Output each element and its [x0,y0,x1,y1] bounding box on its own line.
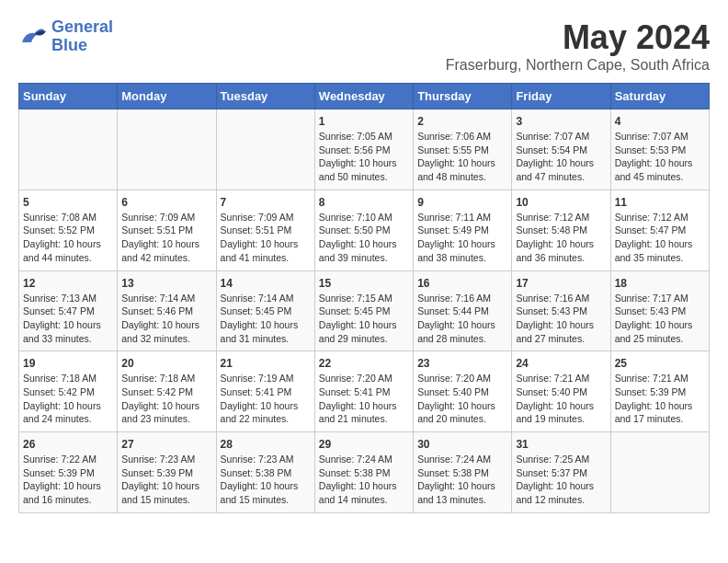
main-title: May 2024 [446,18,710,57]
calendar-cell: 28Sunrise: 7:23 AM Sunset: 5:38 PM Dayli… [216,432,314,513]
week-row-3: 12Sunrise: 7:13 AM Sunset: 5:47 PM Dayli… [19,270,710,351]
calendar-cell: 16Sunrise: 7:16 AM Sunset: 5:44 PM Dayli… [414,270,512,351]
day-number: 5 [23,196,113,209]
day-number: 16 [417,277,507,290]
calendar-cell: 11Sunrise: 7:12 AM Sunset: 5:47 PM Dayli… [610,190,709,270]
day-info: Sunrise: 7:14 AM Sunset: 5:46 PM Dayligh… [121,292,211,346]
calendar-cell: 4Sunrise: 7:07 AM Sunset: 5:53 PM Daylig… [610,109,709,190]
day-header-saturday: Saturday [610,84,709,109]
day-number: 14 [221,277,311,290]
calendar-cell: 14Sunrise: 7:14 AM Sunset: 5:45 PM Dayli… [216,270,314,351]
calendar-cell [610,432,709,513]
calendar-table: SundayMondayTuesdayWednesdayThursdayFrid… [18,83,710,513]
calendar-cell: 21Sunrise: 7:19 AM Sunset: 5:41 PM Dayli… [216,351,314,432]
day-info: Sunrise: 7:14 AM Sunset: 5:45 PM Dayligh… [221,292,311,346]
calendar-cell: 24Sunrise: 7:21 AM Sunset: 5:40 PM Dayli… [512,351,610,432]
day-number: 22 [319,357,409,370]
day-info: Sunrise: 7:06 AM Sunset: 5:55 PM Dayligh… [417,130,507,184]
calendar-cell: 20Sunrise: 7:18 AM Sunset: 5:42 PM Dayli… [118,351,216,432]
day-number: 19 [23,357,113,370]
day-number: 20 [121,357,211,370]
day-number: 17 [516,277,606,290]
calendar-cell: 22Sunrise: 7:20 AM Sunset: 5:41 PM Dayli… [314,351,413,432]
calendar-cell: 26Sunrise: 7:22 AM Sunset: 5:39 PM Dayli… [19,432,118,513]
day-info: Sunrise: 7:20 AM Sunset: 5:41 PM Dayligh… [319,372,409,426]
day-number: 7 [221,196,311,209]
day-number: 2 [417,115,507,128]
calendar-cell: 17Sunrise: 7:16 AM Sunset: 5:43 PM Dayli… [512,270,610,351]
calendar-cell: 6Sunrise: 7:09 AM Sunset: 5:51 PM Daylig… [118,190,216,270]
day-info: Sunrise: 7:18 AM Sunset: 5:42 PM Dayligh… [121,372,211,426]
day-header-monday: Monday [118,84,216,109]
day-info: Sunrise: 7:20 AM Sunset: 5:40 PM Dayligh… [417,372,507,426]
calendar-cell: 8Sunrise: 7:10 AM Sunset: 5:50 PM Daylig… [314,190,413,270]
calendar-cell [19,109,118,190]
day-number: 23 [417,357,507,370]
day-info: Sunrise: 7:24 AM Sunset: 5:38 PM Dayligh… [417,453,507,507]
day-info: Sunrise: 7:07 AM Sunset: 5:53 PM Dayligh… [615,130,705,184]
day-info: Sunrise: 7:16 AM Sunset: 5:44 PM Dayligh… [417,292,507,346]
calendar-cell: 2Sunrise: 7:06 AM Sunset: 5:55 PM Daylig… [414,109,512,190]
day-header-friday: Friday [512,84,610,109]
day-number: 25 [615,357,705,370]
calendar-cell: 18Sunrise: 7:17 AM Sunset: 5:43 PM Dayli… [610,270,709,351]
day-info: Sunrise: 7:09 AM Sunset: 5:51 PM Dayligh… [221,211,311,265]
logo: General Blue [18,18,113,55]
day-info: Sunrise: 7:05 AM Sunset: 5:56 PM Dayligh… [319,130,409,184]
calendar-cell: 29Sunrise: 7:24 AM Sunset: 5:38 PM Dayli… [314,432,413,513]
day-number: 18 [615,277,705,290]
calendar-cell: 7Sunrise: 7:09 AM Sunset: 5:51 PM Daylig… [216,190,314,270]
day-number: 28 [221,438,311,451]
day-info: Sunrise: 7:21 AM Sunset: 5:39 PM Dayligh… [615,372,705,426]
day-info: Sunrise: 7:12 AM Sunset: 5:47 PM Dayligh… [615,211,705,265]
day-info: Sunrise: 7:16 AM Sunset: 5:43 PM Dayligh… [516,292,606,346]
day-info: Sunrise: 7:21 AM Sunset: 5:40 PM Dayligh… [516,372,606,426]
day-info: Sunrise: 7:12 AM Sunset: 5:48 PM Dayligh… [516,211,606,265]
day-info: Sunrise: 7:07 AM Sunset: 5:54 PM Dayligh… [516,130,606,184]
day-info: Sunrise: 7:09 AM Sunset: 5:51 PM Dayligh… [121,211,211,265]
day-number: 1 [319,115,409,128]
day-info: Sunrise: 7:10 AM Sunset: 5:50 PM Dayligh… [319,211,409,265]
day-number: 31 [516,438,606,451]
logo-text: General Blue [51,18,113,55]
day-info: Sunrise: 7:25 AM Sunset: 5:37 PM Dayligh… [516,453,606,507]
logo-icon [18,24,48,50]
calendar-cell: 3Sunrise: 7:07 AM Sunset: 5:54 PM Daylig… [512,109,610,190]
calendar-cell: 5Sunrise: 7:08 AM Sunset: 5:52 PM Daylig… [19,190,118,270]
day-info: Sunrise: 7:13 AM Sunset: 5:47 PM Dayligh… [23,292,113,346]
day-number: 29 [319,438,409,451]
day-number: 27 [121,438,211,451]
calendar-cell: 9Sunrise: 7:11 AM Sunset: 5:49 PM Daylig… [414,190,512,270]
day-number: 8 [319,196,409,209]
day-header-sunday: Sunday [19,84,118,109]
calendar-cell: 12Sunrise: 7:13 AM Sunset: 5:47 PM Dayli… [19,270,118,351]
day-number: 3 [516,115,606,128]
day-number: 30 [417,438,507,451]
day-info: Sunrise: 7:24 AM Sunset: 5:38 PM Dayligh… [319,453,409,507]
page-header: General Blue May 2024 Fraserburg, Northe… [18,18,710,74]
day-number: 24 [516,357,606,370]
calendar-cell: 13Sunrise: 7:14 AM Sunset: 5:46 PM Dayli… [118,270,216,351]
calendar-cell: 25Sunrise: 7:21 AM Sunset: 5:39 PM Dayli… [610,351,709,432]
day-header-thursday: Thursday [414,84,512,109]
calendar-cell: 1Sunrise: 7:05 AM Sunset: 5:56 PM Daylig… [314,109,413,190]
subtitle: Fraserburg, Northern Cape, South Africa [446,57,710,74]
calendar-cell: 23Sunrise: 7:20 AM Sunset: 5:40 PM Dayli… [414,351,512,432]
day-info: Sunrise: 7:11 AM Sunset: 5:49 PM Dayligh… [417,211,507,265]
calendar-cell: 30Sunrise: 7:24 AM Sunset: 5:38 PM Dayli… [414,432,512,513]
calendar-body: 1Sunrise: 7:05 AM Sunset: 5:56 PM Daylig… [19,109,710,513]
day-info: Sunrise: 7:18 AM Sunset: 5:42 PM Dayligh… [23,372,113,426]
calendar-header: SundayMondayTuesdayWednesdayThursdayFrid… [19,84,710,109]
calendar-cell: 19Sunrise: 7:18 AM Sunset: 5:42 PM Dayli… [19,351,118,432]
calendar-cell [216,109,314,190]
week-row-1: 1Sunrise: 7:05 AM Sunset: 5:56 PM Daylig… [19,109,710,190]
day-header-wednesday: Wednesday [314,84,413,109]
day-number: 12 [23,277,113,290]
day-number: 6 [121,196,211,209]
calendar-cell: 27Sunrise: 7:23 AM Sunset: 5:39 PM Dayli… [118,432,216,513]
day-number: 26 [23,438,113,451]
day-info: Sunrise: 7:23 AM Sunset: 5:39 PM Dayligh… [121,453,211,507]
day-info: Sunrise: 7:19 AM Sunset: 5:41 PM Dayligh… [221,372,311,426]
calendar-cell: 10Sunrise: 7:12 AM Sunset: 5:48 PM Dayli… [512,190,610,270]
day-info: Sunrise: 7:17 AM Sunset: 5:43 PM Dayligh… [615,292,705,346]
